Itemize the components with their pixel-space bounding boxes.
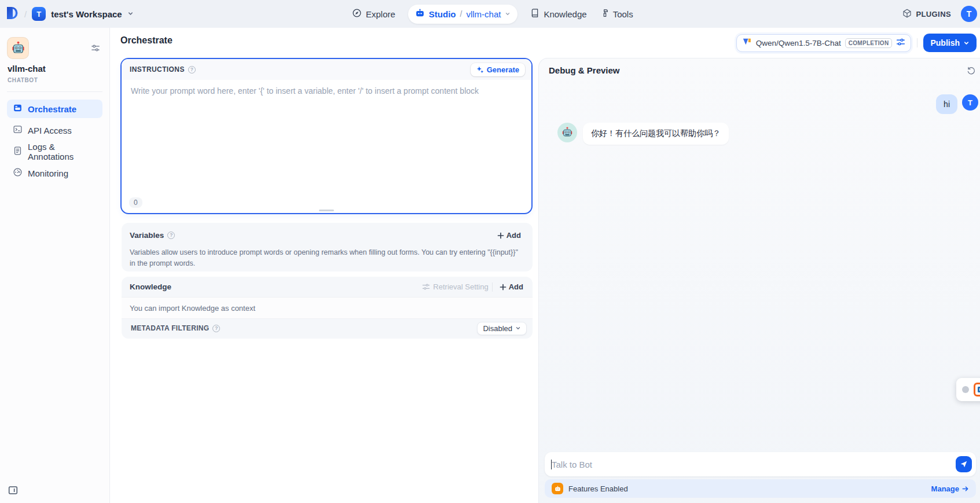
robot-emoji-icon (10, 41, 26, 56)
prompt-input[interactable] (131, 86, 524, 176)
user-avatar[interactable]: T (961, 6, 977, 22)
variables-header: Variables ? Add (130, 229, 524, 241)
retrieval-settings-icon (422, 283, 430, 291)
plus-icon (497, 232, 504, 239)
knowledge-header: Knowledge Retrieval Setting Add (122, 277, 533, 297)
nav-explore-label: Explore (366, 9, 395, 19)
help-icon[interactable]: ? (212, 325, 220, 332)
variables-section: Variables ? Add Variables allow users to… (122, 223, 533, 271)
send-button[interactable] (956, 456, 972, 472)
sparkle-icon (476, 66, 484, 74)
workspace-avatar[interactable]: T (32, 7, 46, 21)
add-label: Add (506, 231, 521, 240)
restart-conversation-icon[interactable] (967, 66, 976, 78)
char-count-badge: 0 (129, 197, 142, 208)
send-icon (960, 460, 968, 468)
nav-tools-label: Tools (613, 9, 633, 19)
nav-app-crumb[interactable]: vllm-chat (466, 9, 501, 19)
nav-studio-label: Studio (429, 9, 456, 19)
manage-label: Manage (931, 484, 959, 493)
collapse-sidebar-icon[interactable] (8, 486, 18, 497)
debug-preview-title: Debug & Preview (549, 65, 620, 75)
dify-logo[interactable] (6, 6, 19, 23)
sidebar-divider (7, 91, 102, 92)
metadata-filtering-select[interactable]: Disabled (477, 322, 527, 335)
publish-button[interactable]: Publish (923, 34, 977, 52)
workspace-name[interactable]: test's Workspace (51, 9, 122, 19)
chevron-down-icon (963, 40, 970, 46)
sidebar-item-label: Logs & Annotations (28, 142, 97, 161)
features-icon (552, 483, 563, 494)
book-icon (530, 8, 539, 20)
app-frame: vllm-chat CHATBOT Orchestrate API Access (0, 28, 980, 503)
sidebar-item-label: Orchestrate (28, 104, 76, 114)
floating-extension-widget[interactable] (956, 378, 980, 401)
app-settings-icon[interactable] (91, 44, 100, 54)
sidebar-item-logs-annotations[interactable]: Logs & Annotations (7, 142, 102, 161)
nav-studio[interactable]: Studio / vllm-chat (408, 5, 518, 24)
retrieval-setting-button[interactable]: Retrieval Setting (422, 282, 488, 291)
plugins-button[interactable]: PLUGINS (902, 9, 951, 20)
sidebar-item-api-access[interactable]: API Access (7, 121, 102, 139)
publish-label: Publish (930, 38, 960, 47)
gauge-icon (13, 167, 23, 179)
knowledge-empty-text: You can import Knowledge as context (122, 297, 533, 319)
app-icon[interactable] (7, 37, 29, 59)
instructions-header: INSTRUCTIONS ? Generate (122, 59, 531, 80)
help-icon[interactable]: ? (188, 66, 196, 74)
debug-preview-panel: Debug & Preview hi T (538, 58, 980, 503)
sidebar-item-orchestrate[interactable]: Orchestrate (7, 100, 102, 118)
instructions-panel: INSTRUCTIONS ? Generate 0 (120, 58, 533, 214)
bot-message-bubble: 你好！有什么问题我可以帮助你吗？ (583, 123, 729, 145)
sidebar-item-label: API Access (28, 126, 72, 135)
chat-message-assistant: 你好！有什么问题我可以帮助你吗？ (557, 123, 729, 145)
knowledge-section: Knowledge Retrieval Setting Add You can … (122, 277, 533, 339)
model-selector[interactable]: Qwen/Qwen1.5-7B-Chat COMPLETION (736, 34, 912, 52)
drag-dot-icon (962, 386, 969, 393)
plus-icon (500, 284, 506, 291)
terminal-icon (13, 124, 23, 136)
add-knowledge-button[interactable]: Add (496, 281, 527, 293)
chat-input[interactable] (552, 460, 956, 469)
app-sidebar: vllm-chat CHATBOT Orchestrate API Access (0, 28, 110, 503)
nav-explore[interactable]: Explore (352, 8, 395, 20)
help-icon[interactable]: ? (167, 232, 175, 239)
sidebar-item-monitoring[interactable]: Monitoring (7, 164, 102, 182)
retrieval-setting-label: Retrieval Setting (433, 282, 488, 291)
model-params-icon[interactable] (896, 38, 905, 49)
knowledge-title: Knowledge (130, 282, 171, 291)
header-divider (917, 38, 917, 47)
package-icon (902, 9, 912, 20)
nav-tools[interactable]: Tools (600, 8, 633, 20)
window-icon (13, 103, 23, 115)
chevron-down-icon[interactable] (505, 9, 511, 19)
variables-title: Variables (130, 231, 164, 240)
add-variable-button[interactable]: Add (494, 229, 524, 241)
sidebar-item-label: Monitoring (28, 168, 68, 178)
knowledge-header-divider (492, 282, 493, 292)
crumb-separator: / (460, 9, 463, 19)
chat-input-container (545, 452, 976, 476)
robot-icon (415, 8, 425, 20)
manage-features-link[interactable]: Manage (931, 484, 969, 493)
user-message-bubble: hi (936, 94, 957, 114)
user-chat-avatar: T (962, 94, 978, 111)
chat-message-user: hi T (936, 94, 978, 114)
resize-handle[interactable] (319, 210, 334, 211)
variables-description: Variables allow users to introduce promp… (130, 247, 524, 270)
sidebar-menu: Orchestrate API Access Logs & Annotation… (7, 100, 102, 182)
add-label: Add (509, 282, 523, 291)
chevron-down-icon[interactable] (127, 9, 134, 19)
plugins-label: PLUGINS (916, 10, 951, 19)
bot-avatar (557, 123, 577, 142)
vllm-logo-icon (742, 37, 752, 49)
primary-nav: Explore Studio / vllm-chat Knowledge Too… (352, 0, 633, 28)
hammer-icon (600, 8, 609, 20)
nav-knowledge[interactable]: Knowledge (530, 8, 586, 20)
breadcrumb-slash: / (24, 9, 27, 19)
page-title: Orchestrate (120, 35, 172, 46)
nav-knowledge-label: Knowledge (544, 9, 586, 19)
generate-button[interactable]: Generate (471, 63, 525, 76)
model-mode-badge: COMPLETION (845, 38, 893, 48)
generate-label: Generate (487, 65, 519, 74)
